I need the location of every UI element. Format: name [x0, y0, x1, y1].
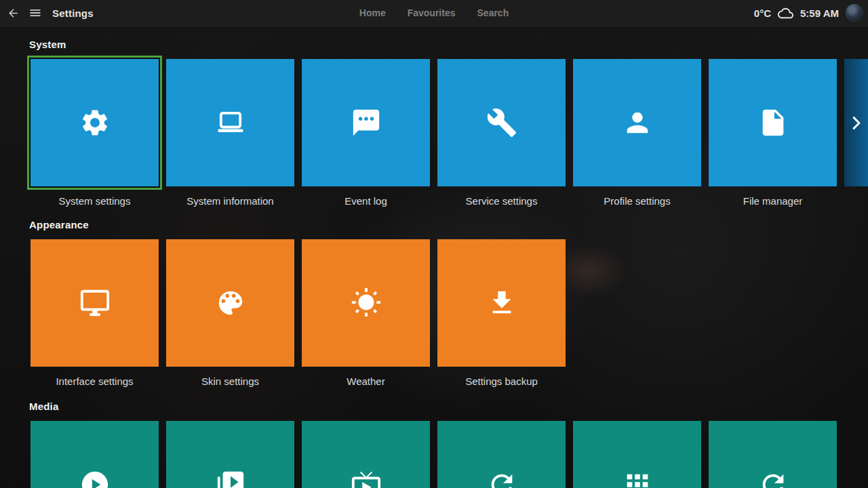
top-nav: Home Favourites Search	[359, 7, 509, 18]
tile-label: Settings backup	[437, 375, 566, 387]
download-icon	[486, 287, 517, 319]
tile-cell: Profile settings	[573, 59, 701, 207]
tile-label: Interface settings	[31, 375, 159, 387]
tile-skin-settings[interactable]	[166, 239, 294, 367]
tile-weather[interactable]	[302, 239, 430, 367]
back-arrow-icon[interactable]	[7, 7, 20, 20]
page-title: Settings	[52, 7, 94, 19]
refresh-icon	[757, 469, 789, 488]
tile-cell	[166, 421, 294, 488]
tile-system-settings[interactable]	[31, 59, 159, 186]
tile-live-tv[interactable]	[302, 421, 430, 488]
tile-cell	[302, 421, 430, 488]
hamburger-menu-icon[interactable]	[28, 6, 42, 20]
tile-label: Weather	[302, 375, 430, 387]
gear-icon	[79, 107, 111, 138]
tile-cell: System settings	[31, 59, 159, 207]
chat-icon	[351, 107, 382, 138]
video-library-icon	[215, 469, 246, 488]
cloud-icon	[778, 5, 793, 21]
tile-play-circle[interactable]	[31, 421, 159, 488]
nav-search[interactable]: Search	[477, 7, 509, 18]
tile-cell	[709, 421, 837, 488]
tile-cell: Settings backup	[437, 239, 566, 387]
section-media: Media	[0, 400, 868, 488]
tile-cell: Service settings	[437, 59, 566, 207]
tile-cell: Weather	[302, 239, 430, 387]
tile-refresh[interactable]	[709, 421, 837, 488]
tile-apps[interactable]	[573, 421, 701, 488]
tile-system-information[interactable]	[166, 59, 294, 186]
clock-time: 5:59 AM	[800, 7, 839, 19]
tile-label: Event log	[302, 195, 430, 207]
tile-cell: Interface settings	[31, 239, 159, 387]
tile-cell: System information	[166, 59, 294, 207]
laptop-icon	[215, 107, 246, 138]
section-system: SystemSystem settingsSystem informationE…	[0, 38, 868, 207]
play-circle-icon	[79, 469, 111, 488]
tile-service-settings[interactable]	[437, 59, 566, 186]
section-title-appearance: Appearance	[29, 218, 868, 232]
tile-cell	[437, 421, 566, 488]
tile-label: System settings	[31, 195, 159, 207]
tile-cell: Skin settings	[166, 239, 294, 387]
media-tile-row	[31, 421, 868, 488]
palette-icon	[215, 287, 246, 319]
tile-label: Profile settings	[573, 195, 701, 207]
nav-home[interactable]: Home	[359, 7, 386, 18]
system-tile-row: System settingsSystem informationEvent l…	[31, 59, 868, 207]
section-appearance: AppearanceInterface settingsSkin setting…	[0, 218, 868, 387]
person-icon	[622, 107, 653, 138]
tile-label: File manager	[709, 195, 837, 207]
user-avatar[interactable]	[846, 4, 863, 22]
tile-event-log[interactable]	[302, 59, 430, 186]
tile-settings-backup[interactable]	[437, 239, 566, 367]
monitor-icon	[79, 287, 111, 319]
top-bar: Settings Home Favourites Search 0°C 5:59…	[0, 0, 868, 26]
sun-icon	[351, 287, 382, 319]
tile-interface-settings[interactable]	[31, 239, 159, 367]
temperature-value: 0°C	[754, 7, 771, 19]
tile-label: Service settings	[437, 195, 566, 207]
tile-cell: Event log	[302, 59, 430, 207]
live-tv-icon	[351, 469, 382, 488]
file-icon	[757, 107, 789, 138]
wrench-icon	[486, 107, 517, 138]
tile-label: Skin settings	[166, 375, 294, 387]
refresh-icon	[486, 469, 517, 488]
nav-favourites[interactable]: Favourites	[408, 7, 456, 18]
next-page-partial-tile[interactable]	[844, 59, 868, 186]
section-title-media: Media	[29, 400, 868, 413]
appearance-tile-row: Interface settingsSkin settingsWeatherSe…	[31, 239, 868, 387]
tile-cell	[31, 421, 159, 488]
tile-refresh[interactable]	[437, 421, 566, 488]
tile-cell	[573, 421, 701, 488]
tile-video-library[interactable]	[166, 421, 294, 488]
tile-profile-settings[interactable]	[573, 59, 701, 186]
kodi-settings-screen: Settings Home Favourites Search 0°C 5:59…	[0, 0, 868, 488]
section-title-system: System	[29, 38, 868, 52]
apps-icon	[622, 469, 653, 488]
tile-label: System information	[166, 195, 294, 207]
chevron-right-icon	[844, 114, 865, 132]
tile-file-manager[interactable]	[709, 59, 837, 186]
tile-cell: File manager	[709, 59, 837, 207]
